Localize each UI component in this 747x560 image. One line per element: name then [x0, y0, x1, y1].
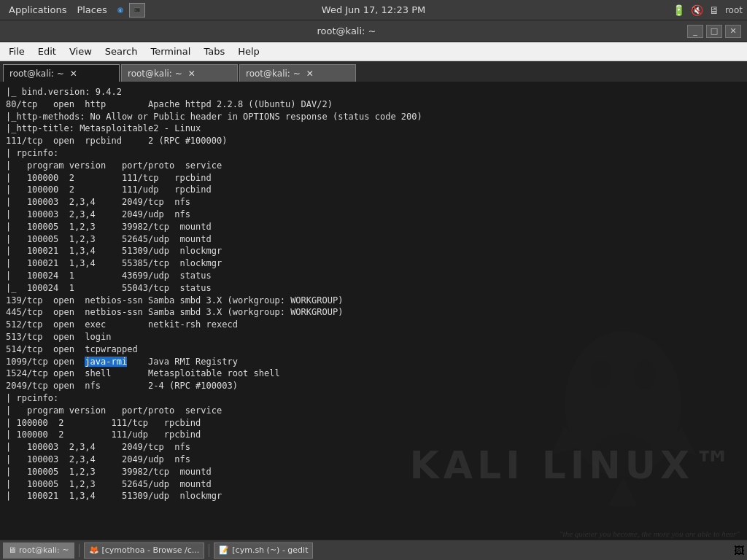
- menu-terminal[interactable]: Terminal: [144, 44, 196, 58]
- window-controls: _ □ ✕: [687, 25, 741, 38]
- taskbar-item-terminal[interactable]: 🖥 root@kali: ~: [3, 542, 74, 559]
- taskbar-right: 🖼: [734, 543, 744, 557]
- network-icon[interactable]: 🖥: [709, 4, 719, 16]
- close-button[interactable]: ✕: [725, 25, 741, 38]
- terminal-output: |_ bind.version: 9.4.2 80/tcp open http …: [1, 85, 746, 504]
- menu-view[interactable]: View: [63, 44, 98, 58]
- applications-menu[interactable]: Applications: [4, 3, 71, 17]
- tab-3[interactable]: root@kali: ~ ✕: [239, 64, 356, 82]
- system-bar-right: 🔋 🔇 🖥 root: [673, 4, 743, 16]
- system-bar-left: Applications Places K >_: [4, 3, 145, 18]
- maximize-button[interactable]: □: [706, 25, 722, 38]
- kali-icon[interactable]: K: [113, 3, 128, 18]
- menu-bar: File Edit View Search Terminal Tabs Help: [0, 42, 747, 61]
- svg-text:K: K: [119, 8, 121, 12]
- terminal-icon-small: 🖥: [8, 545, 16, 555]
- terminal-content[interactable]: |_ bind.version: 9.4.2 80/tcp open http …: [0, 82, 747, 560]
- window-title: root@kali: ~: [6, 26, 687, 36]
- menu-tabs[interactable]: Tabs: [198, 44, 231, 58]
- taskbar-item-browser[interactable]: 🦊 [cymothoa - Browse /c...: [84, 542, 205, 559]
- battery-icon: 🔋: [673, 4, 685, 16]
- system-bar: Applications Places K >_ Wed Jun 17, 12:…: [0, 0, 747, 20]
- menu-edit[interactable]: Edit: [32, 44, 62, 58]
- datetime-display: Wed Jun 17, 12:23 PM: [322, 4, 425, 15]
- minimize-button[interactable]: _: [687, 25, 703, 38]
- taskbar-item-gedit[interactable]: 📝 [cym.sh (~) - gedit: [214, 542, 313, 559]
- kali-quote-watermark: "the quieter you become, the more you ar…: [560, 529, 740, 538]
- taskbar-gedit-label: [cym.sh (~) - gedit: [232, 545, 308, 555]
- browser-icon: 🦊: [89, 545, 99, 555]
- quote-text: "the quieter you become, the more you ar…: [560, 529, 740, 538]
- tab-3-close[interactable]: ✕: [306, 69, 314, 79]
- tabs-bar: root@kali: ~ ✕ root@kali: ~ ✕ root@kali:…: [0, 61, 747, 82]
- terminal-app-icon[interactable]: >_: [129, 3, 145, 18]
- taskbar-separator-2: [209, 544, 209, 557]
- tab-2-label: root@kali: ~: [128, 69, 182, 79]
- gedit-icon: 📝: [219, 545, 229, 555]
- user-label: root: [725, 5, 743, 15]
- taskbar-app-icon[interactable]: 🖼: [734, 545, 744, 556]
- taskbar-separator-1: [79, 544, 80, 557]
- tab-1[interactable]: root@kali: ~ ✕: [3, 64, 120, 82]
- menu-file[interactable]: File: [3, 44, 31, 58]
- window-titlebar: root@kali: ~ _ □ ✕: [0, 20, 747, 42]
- terminal-window: root@kali: ~ _ □ ✕ File Edit View Search…: [0, 20, 747, 560]
- taskbar: 🖥 root@kali: ~ 🦊 [cymothoa - Browse /c..…: [0, 540, 747, 560]
- menu-search[interactable]: Search: [99, 44, 144, 58]
- taskbar-terminal-label: root@kali: ~: [19, 545, 69, 555]
- volume-icon[interactable]: 🔇: [691, 4, 703, 16]
- tab-1-label: root@kali: ~: [9, 69, 64, 79]
- tab-2-close[interactable]: ✕: [188, 69, 196, 79]
- places-menu[interactable]: Places: [72, 3, 111, 17]
- menu-help[interactable]: Help: [232, 44, 266, 58]
- tab-3-label: root@kali: ~: [246, 69, 301, 79]
- taskbar-browser-label: [cymothoa - Browse /c...: [102, 545, 200, 555]
- tab-1-close[interactable]: ✕: [70, 69, 77, 79]
- tab-2[interactable]: root@kali: ~ ✕: [121, 64, 238, 82]
